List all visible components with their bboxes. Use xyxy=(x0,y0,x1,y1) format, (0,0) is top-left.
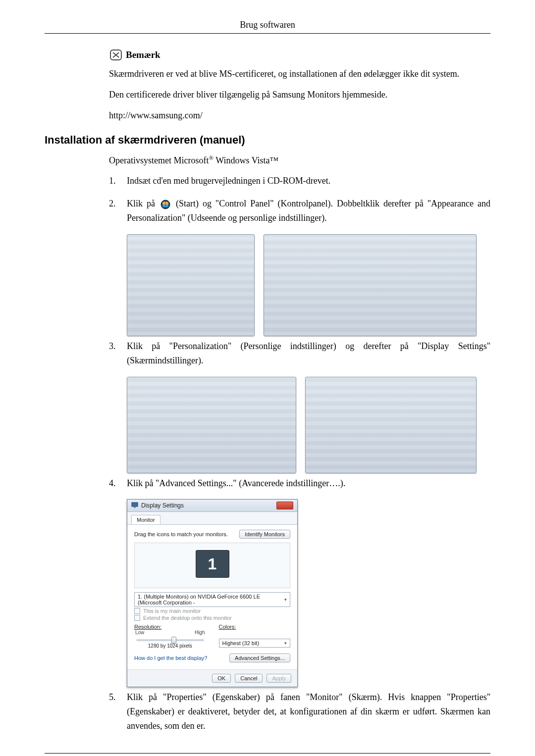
slider-high-label: High xyxy=(195,630,205,635)
slider-low-label: Low xyxy=(135,630,144,635)
monitor-mini-icon xyxy=(131,502,138,509)
checkbox-extend-label: Extend the desktop onto this monitor xyxy=(143,615,232,621)
svg-rect-2 xyxy=(132,503,138,506)
page-footer-rule xyxy=(45,753,490,754)
checkbox-icon xyxy=(134,608,140,614)
chevron-down-icon: ▾ xyxy=(284,641,287,646)
monitor-select-value: 1. (Multiple Monitors) on NVIDIA GeForce… xyxy=(138,594,284,605)
step-number-5: 5. xyxy=(109,690,127,705)
colors-label: Colors: xyxy=(219,624,291,630)
subtitle-pre: Operativsystemet Microsoft xyxy=(109,155,209,165)
step-number-1: 1. xyxy=(109,174,127,188)
step-text-5: Klik på "Properties" (Egenskaber) på fan… xyxy=(127,690,490,733)
step-text-1: Indsæt cd'en med brugervejledningen i CD… xyxy=(127,174,490,188)
apply-button[interactable]: Apply xyxy=(267,674,291,683)
colors-dropdown[interactable]: Highest (32 bit) ▾ xyxy=(219,639,291,648)
step-text-3: Klik på "Personalization" (Personlige in… xyxy=(127,339,490,368)
note-heading: Bemærk xyxy=(109,49,490,61)
screenshot-control-panel xyxy=(264,234,477,336)
checkbox-main-monitor[interactable]: This is my main monitor xyxy=(134,608,290,614)
dialog-title: Display Settings xyxy=(141,502,184,509)
dialog-titlebar: Display Settings xyxy=(127,500,297,512)
display-settings-dialog: Display Settings Monitor Drag the icons … xyxy=(127,499,298,687)
checkbox-extend-desktop[interactable]: Extend the desktop onto this monitor xyxy=(134,615,290,621)
figure-row-step2 xyxy=(127,234,490,336)
chevron-down-icon: ▾ xyxy=(284,597,287,602)
section-title: Installation af skærmdriveren (manuel) xyxy=(45,134,490,147)
checkbox-main-label: This is my main monitor xyxy=(143,608,201,614)
monitor-select-dropdown[interactable]: 1. (Multiple Monitors) on NVIDIA GeForce… xyxy=(134,592,290,607)
drag-label: Drag the icons to match your monitors. xyxy=(134,531,228,537)
resolution-label: Resolution: xyxy=(134,624,206,630)
close-icon[interactable] xyxy=(276,502,293,509)
figure-row-step3 xyxy=(127,377,490,473)
subtitle-post: Windows Vista™ xyxy=(214,155,278,165)
svg-rect-3 xyxy=(134,507,136,508)
screenshot-personalization-right xyxy=(305,377,477,473)
step-2-pre: Klik på xyxy=(127,199,159,208)
note-block: Bemærk Skærmdriveren er ved at blive MS-… xyxy=(109,49,490,123)
monitor-icon[interactable]: 1 xyxy=(196,550,229,578)
page-header: Brug softwaren xyxy=(45,20,490,34)
screenshot-personalization-left xyxy=(127,377,296,473)
step-number-2: 2. xyxy=(109,197,127,211)
step-text-4: Klik på "Advanced Settings..." (Avancere… xyxy=(127,476,490,491)
slider-thumb[interactable] xyxy=(171,637,176,644)
identify-monitors-button[interactable]: Identify Monitors xyxy=(239,530,290,539)
step-text-2: Klik på (Start) og "Control Panel" (Kont… xyxy=(127,197,490,225)
start-orb-icon xyxy=(160,200,171,209)
resolution-slider[interactable] xyxy=(136,639,204,641)
dialog-footer: OK Cancel Apply xyxy=(127,669,297,687)
advanced-settings-button[interactable]: Advanced Settings... xyxy=(229,654,290,662)
checkbox-icon xyxy=(134,615,140,621)
os-subtitle: Operativsystemet Microsoft® Windows Vist… xyxy=(109,154,490,166)
note-icon xyxy=(109,49,123,61)
step-number-3: 3. xyxy=(109,339,127,353)
dialog-tabstrip: Monitor xyxy=(127,512,297,524)
note-line-2: Den certificerede driver bliver tilgænge… xyxy=(109,88,490,102)
resolution-value: 1280 by 1024 pixels xyxy=(134,643,206,649)
note-title: Bemærk xyxy=(126,50,160,60)
screenshot-start-menu xyxy=(127,234,255,336)
help-link[interactable]: How do I get the best display? xyxy=(134,655,207,661)
tab-monitor[interactable]: Monitor xyxy=(131,515,160,524)
colors-value: Highest (32 bit) xyxy=(222,640,260,646)
note-line-3: http://www.samsung.com/ xyxy=(109,109,490,123)
step-number-4: 4. xyxy=(109,476,127,491)
note-line-1: Skærmdriveren er ved at blive MS-certifi… xyxy=(109,67,490,81)
cancel-button[interactable]: Cancel xyxy=(235,674,263,683)
ok-button[interactable]: OK xyxy=(212,674,231,683)
step-2-post: (Start) og "Control Panel" (Kontrolpanel… xyxy=(127,199,490,223)
